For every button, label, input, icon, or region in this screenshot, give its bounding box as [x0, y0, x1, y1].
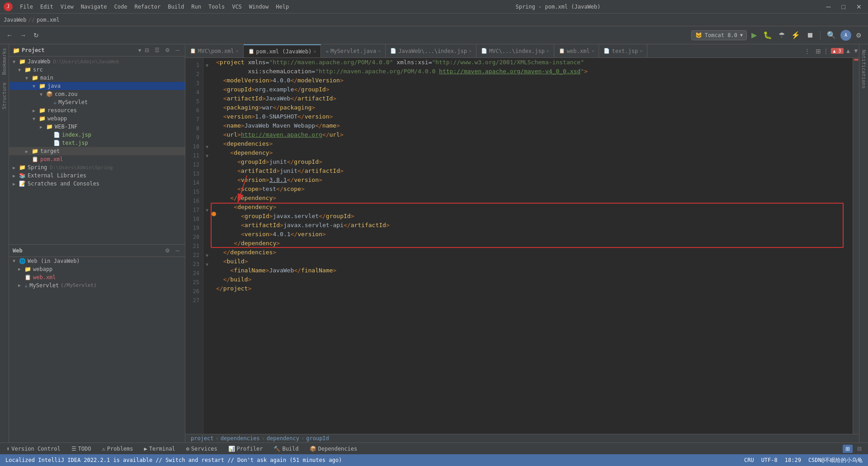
tree-item-target[interactable]: ▶ 📁 target [9, 147, 185, 155]
menu-run[interactable]: Run [188, 2, 205, 12]
menu-refactor[interactable]: Refactor [131, 2, 164, 12]
tree-item-indexjsp[interactable]: 📄 index.jsp [9, 131, 185, 139]
stop-button[interactable]: ⏹ [804, 29, 816, 41]
menu-build[interactable]: Build [164, 2, 188, 12]
tree-item-pomxml[interactable]: 📋 pom.xml [9, 155, 185, 163]
fold-indicator-1[interactable]: ▼ [203, 61, 211, 70]
forward-button[interactable]: → [17, 30, 29, 41]
bookmarks-panel-toggle[interactable]: Bookmarks [0, 44, 9, 79]
toggle-editor-button[interactable]: ⊞ [843, 445, 853, 453]
coverage-button[interactable]: ☂ [776, 29, 788, 41]
minimize-button[interactable]: ─ [824, 1, 834, 12]
tab-close-button[interactable]: ✕ [313, 49, 316, 54]
tree-item-spring[interactable]: ▶ 📁 Spring D:\Users\Admin\Spring [9, 163, 185, 171]
tree-item-web-webapp[interactable]: ▶ 📁 webapp [9, 265, 185, 273]
breadcrumb-dependencies[interactable]: dependencies [221, 435, 260, 442]
settings-panel-button[interactable]: ⚙ [163, 46, 172, 54]
tree-item-webinf[interactable]: ▶ 📁 WEB-INF [9, 123, 185, 131]
tree-item-scratches[interactable]: ▶ 📝 Scratches and Consoles [9, 180, 185, 188]
tree-item-web-myservlet[interactable]: ▶ ☕ MyServlet (/MyServlet) [9, 281, 185, 290]
tab-close-button[interactable]: ✕ [378, 48, 381, 53]
tree-item-comzou[interactable]: ▼ 📦 com.zou [9, 90, 185, 98]
tab-close-button[interactable]: ✕ [640, 48, 642, 53]
more-tabs-button[interactable]: ⋮ [801, 48, 814, 54]
tab-close-button[interactable]: ✕ [236, 48, 238, 53]
collapse-all-button[interactable]: ⊟ [143, 46, 151, 54]
expand-arrow: ▶ [33, 108, 38, 113]
code-line-19: <artifactId>javax.servlet-api</artifactI… [211, 221, 853, 230]
tree-item-javaweb[interactable]: ▼ 📁 JavaWeb D:\Users\Admin\JavaWeb [9, 57, 185, 66]
warning-up-button[interactable]: ▲ [845, 48, 851, 54]
run-button[interactable]: ▶ [749, 29, 760, 41]
split-editor-button[interactable]: ⊞ [816, 48, 821, 55]
tree-item-myservlet[interactable]: ☕ MyServlet [9, 98, 185, 106]
fold-indicator-10[interactable]: ▼ [203, 142, 211, 151]
editor-settings-button[interactable]: ⋮ [823, 48, 829, 55]
tree-item-extlibs[interactable]: ▶ 📚 External Libraries [9, 171, 185, 180]
settings-button[interactable]: ⚙ [853, 30, 864, 41]
maximize-button[interactable]: □ [839, 1, 848, 12]
tree-item-web[interactable]: ▼ 🌐 Web (in JavaWeb) [9, 257, 185, 265]
tab-index-jsp-javaweb[interactable]: 📄 JavaWeb\...\index.jsp ✕ [386, 44, 476, 57]
services-button[interactable]: ⚙ Services [184, 445, 220, 453]
problems-button[interactable]: ⚠ Problems [99, 445, 136, 453]
tab-close-button[interactable]: ✕ [591, 48, 594, 53]
build-button[interactable]: 🔨 Build [271, 445, 301, 453]
editor-scrollbar[interactable] [853, 58, 859, 434]
menu-edit[interactable]: Edit [37, 2, 57, 12]
run-config-selector[interactable]: 🐱 Tomcat 8.0 ▼ [691, 30, 747, 40]
minimize-panel-button[interactable]: ─ [174, 46, 181, 54]
debug-button[interactable]: 🐛 [760, 29, 775, 41]
tree-item-webapp[interactable]: ▼ 📁 webapp [9, 114, 185, 123]
terminal-button[interactable]: ▶ Terminal [142, 445, 178, 453]
menu-navigate[interactable]: Navigate [77, 2, 111, 12]
breadcrumb-groupid[interactable]: groupId [306, 435, 329, 442]
code-viewport[interactable]: <project xmlns="http://maven.apache.org/… [211, 58, 853, 434]
tree-item-textjsp[interactable]: 📄 text.jsp [9, 139, 185, 147]
menu-window[interactable]: Window [245, 2, 272, 12]
menu-vcs[interactable]: VCS [228, 2, 245, 12]
web-panel-minimize[interactable]: ─ [174, 247, 181, 255]
tab-myservlet[interactable]: ☕ MyServlet.java ✕ [321, 44, 386, 57]
tab-pom-javaweb[interactable]: 📋 pom.xml (JavaWeb) ✕ [244, 44, 321, 57]
tab-mvc-pom[interactable]: 📋 MVC\pom.xml ✕ [185, 44, 244, 57]
toggle-view-button[interactable]: ⊟ [854, 445, 864, 453]
menu-tools[interactable]: Tools [205, 2, 228, 12]
tab-close-button[interactable]: ✕ [469, 48, 472, 53]
fold-indicator-11[interactable]: ▼ [203, 151, 211, 160]
show-options-button[interactable]: ☰ [153, 46, 161, 54]
version-control-button[interactable]: ⬆ Version Control [4, 445, 63, 453]
close-button[interactable]: ✕ [854, 1, 864, 12]
fold-indicator-17[interactable]: ▼ [203, 205, 211, 214]
structure-panel-toggle[interactable]: Structure [0, 79, 9, 113]
expand-arrow: ▶ [18, 283, 24, 288]
dependencies-button[interactable]: 📦 Dependencies [307, 445, 360, 453]
refresh-button[interactable]: ↻ [31, 30, 42, 41]
tree-item-src[interactable]: ▼ 📁 src [9, 66, 185, 74]
breadcrumb-project[interactable]: project [191, 435, 214, 442]
breadcrumb-dependency[interactable]: dependency [267, 435, 299, 442]
tree-item-web-webxml[interactable]: 📋 web.xml [9, 273, 185, 281]
tree-item-resources[interactable]: ▶ 📁 resources [9, 106, 185, 114]
tab-webxml[interactable]: 📋 web.xml ✕ [554, 44, 599, 57]
notifications-panel-toggle[interactable]: Notifications [859, 46, 868, 92]
tab-index-jsp-mvc[interactable]: 📄 MVC\...\index.jsp ✕ [476, 44, 554, 57]
tree-item-main[interactable]: ▼ 📁 main [9, 74, 185, 82]
warning-down-button[interactable]: ▼ [853, 48, 859, 54]
back-button[interactable]: ← [4, 30, 15, 41]
tab-textjsp[interactable]: 📄 text.jsp ✕ [599, 44, 647, 57]
menu-file[interactable]: File [16, 2, 37, 12]
menu-code[interactable]: Code [111, 2, 131, 12]
profile-button[interactable]: ⚡ [788, 29, 803, 41]
web-panel-settings[interactable]: ⚙ [163, 247, 172, 255]
search-everywhere-button[interactable]: 🔍 [824, 29, 839, 41]
user-avatar[interactable]: A [840, 30, 851, 41]
fold-indicator-22[interactable]: ▼ [203, 251, 211, 260]
menu-view[interactable]: View [57, 2, 77, 12]
tab-close-button[interactable]: ✕ [547, 48, 549, 53]
todo-button[interactable]: ☰ TODO [69, 445, 94, 453]
tree-item-java[interactable]: ▼ 📁 java [9, 82, 185, 90]
profiler-button[interactable]: 📊 Profiler [226, 445, 266, 453]
fold-indicator-23[interactable]: ▼ [203, 260, 211, 269]
menu-help[interactable]: Help [272, 2, 292, 12]
